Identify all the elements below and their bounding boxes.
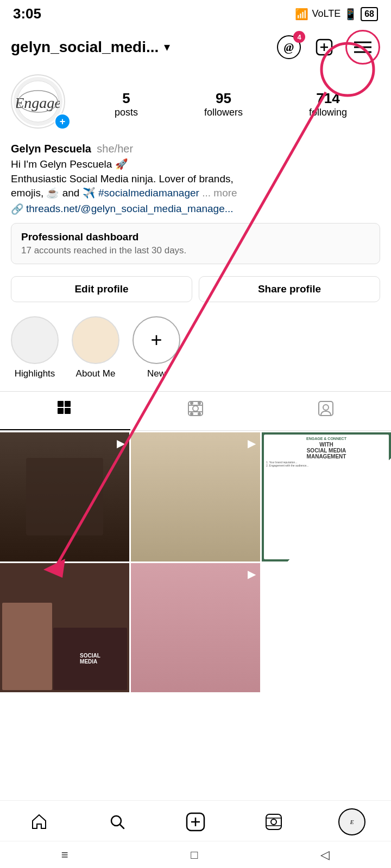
reels-icon [187, 400, 204, 420]
svg-rect-28 [266, 814, 281, 829]
grid-cell-5[interactable]: ▶ [131, 563, 260, 692]
battery-indicator: 68 [361, 7, 378, 21]
username-label: gelyn_social_medi... [11, 39, 159, 56]
video-indicator-icon-2: ▶ [248, 437, 256, 450]
posts-grid: ▶ ▶ ENGAGE & CONNECT WITHSOCIAL MEDIAMAN… [0, 432, 391, 692]
wifi-icon: 📶 [295, 8, 308, 21]
grid-cell-4[interactable]: SOCIALMEDIA [0, 563, 129, 692]
threads-icon-button[interactable]: @ 4 [275, 33, 303, 61]
followers-label: followers [204, 107, 243, 118]
signal-icon: VoLTE [312, 8, 340, 20]
professional-dashboard-card[interactable]: Professional dashboard 17 accounts reach… [11, 223, 380, 264]
username-row[interactable]: gelyn_social_medi... ▾ [11, 39, 170, 56]
tabs-row [0, 391, 391, 431]
nav-home-button[interactable] [23, 808, 55, 835]
home-icon [30, 813, 48, 831]
svg-rect-10 [65, 401, 71, 407]
nav-create-button[interactable] [179, 808, 212, 835]
video-indicator-icon: ▶ [117, 437, 125, 450]
link-icon: 🔗 [11, 203, 24, 215]
status-bar: 3:05 📶 VoLTE 📱 68 [0, 0, 391, 25]
hamburger-icon [354, 41, 371, 53]
grid-cell-1[interactable]: ▶ [0, 432, 129, 561]
header-icons: @ 4 [275, 30, 380, 65]
add-post-button[interactable] [311, 34, 338, 61]
grid-icon [57, 400, 73, 420]
svg-point-20 [198, 413, 200, 415]
highlight-item-new[interactable]: + New [133, 316, 180, 379]
bio-hashtag[interactable]: #socialmediamanager [98, 187, 199, 199]
search-icon [109, 813, 126, 831]
svg-point-17 [191, 402, 193, 404]
edit-profile-button[interactable]: Edit profile [11, 276, 192, 302]
action-buttons: Edit profile Share profile [0, 270, 391, 309]
highlight-item-highlights[interactable]: Highlights [11, 316, 59, 379]
link-text: threads.net/@gelyn_social_media_manage..… [26, 203, 234, 215]
tab-grid[interactable] [0, 392, 130, 430]
tagged-icon [318, 400, 334, 420]
nav-reels-button[interactable] [257, 808, 290, 835]
svg-point-19 [191, 413, 193, 415]
svg-rect-9 [58, 401, 64, 407]
share-profile-button[interactable]: Share profile [199, 276, 380, 302]
system-home-button[interactable]: □ [191, 848, 198, 862]
display-name: Gelyn Pescuela [11, 143, 91, 155]
following-stat[interactable]: 714 following [309, 90, 347, 118]
add-story-button[interactable]: + [54, 113, 71, 130]
pronouns: she/her [97, 143, 133, 155]
video-indicator-icon-5: ▶ [248, 567, 256, 580]
nav-profile-button[interactable]: E [336, 808, 368, 835]
bio-section: Gelyn Pescuela she/her Hi I'm Gelyn Pesc… [0, 143, 391, 215]
nav-profile-avatar: E [338, 808, 365, 835]
bio-text: Hi I'm Gelyn Pescuela 🚀 Enthusiastic Soc… [11, 157, 380, 201]
profile-logo: Engage [16, 80, 60, 123]
grid-cell-3[interactable]: ENGAGE & CONNECT WITHSOCIAL MEDIAMANAGEM… [262, 432, 391, 561]
bio-more[interactable]: ... more [202, 187, 237, 199]
highlight-label-highlights: Highlights [15, 368, 55, 379]
following-count: 714 [316, 90, 339, 107]
bottom-nav: E [0, 800, 391, 841]
nav-search-button[interactable] [101, 808, 134, 835]
svg-point-22 [323, 405, 329, 410]
highlight-circle-highlights [11, 316, 59, 364]
system-nav: ≡ □ ◁ [0, 841, 391, 868]
followers-count: 95 [216, 90, 231, 107]
svg-point-18 [198, 402, 200, 404]
highlight-label-new: New [147, 368, 166, 379]
system-back-button[interactable]: ◁ [320, 848, 330, 862]
dashboard-title: Professional dashboard [21, 231, 370, 243]
chevron-down-icon[interactable]: ▾ [164, 40, 170, 54]
dashboard-subtitle: 17 accounts reached in the last 30 days. [21, 245, 370, 256]
status-icons: 📶 VoLTE 📱 68 [295, 7, 378, 21]
profile-section: Engage + 5 posts 95 followers 714 follow… [0, 69, 391, 134]
bio-line3: emojis, ☕ and ✈️ [11, 187, 96, 199]
highlight-item-aboutme[interactable]: About Me [72, 316, 119, 379]
grid-cell-2[interactable]: ▶ [131, 432, 260, 561]
create-icon [186, 812, 205, 832]
svg-rect-12 [65, 408, 71, 414]
posts-label: posts [115, 107, 138, 118]
tab-tagged[interactable] [261, 392, 391, 430]
bio-line2: Enthusiastic Social Media ninja. Lover o… [11, 173, 234, 184]
reels-nav-icon [265, 813, 282, 831]
status-time: 3:05 [13, 5, 41, 22]
menu-button[interactable] [345, 30, 380, 65]
followers-stat[interactable]: 95 followers [204, 90, 243, 118]
cellular-icon: 📱 [344, 8, 357, 21]
profile-header: gelyn_social_medi... ▾ @ 4 [0, 25, 391, 69]
bio-link[interactable]: 🔗 threads.net/@gelyn_social_media_manage… [11, 203, 380, 215]
posts-stat: 5 posts [115, 90, 138, 118]
svg-line-24 [120, 825, 124, 828]
svg-rect-11 [58, 408, 64, 414]
following-label: following [309, 107, 347, 118]
stats-row: 5 posts 95 followers 714 following [81, 90, 380, 118]
profile-top: Engage + 5 posts 95 followers 714 follow… [11, 74, 380, 134]
svg-point-14 [193, 406, 198, 411]
threads-notification-badge: 4 [293, 31, 305, 43]
plus-square-icon [316, 39, 333, 56]
system-menu-button[interactable]: ≡ [61, 848, 68, 862]
highlights-row: Highlights About Me + New [0, 309, 391, 387]
tab-reels[interactable] [130, 392, 261, 430]
highlight-circle-aboutme [72, 316, 119, 364]
avatar-wrap: Engage + [11, 74, 71, 134]
